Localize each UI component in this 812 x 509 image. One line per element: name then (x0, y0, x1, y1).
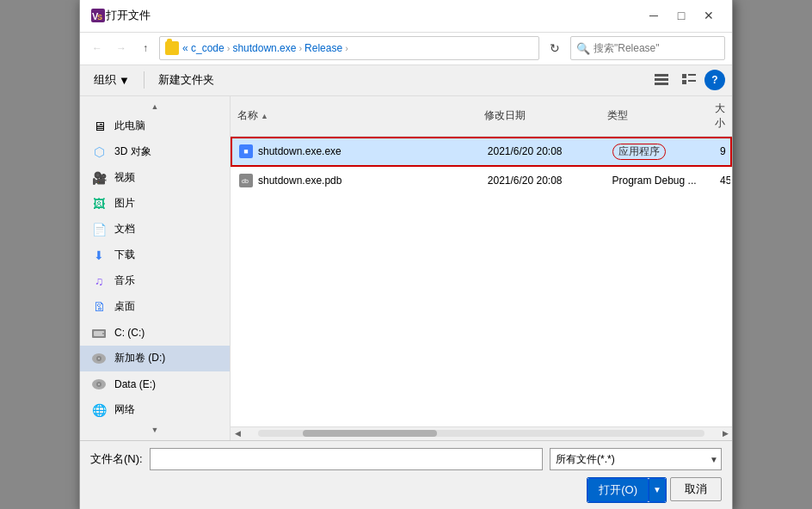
help-button[interactable]: ? (704, 70, 725, 90)
open-dropdown-button[interactable]: ▼ (649, 478, 666, 502)
sidebar-item-image[interactable]: 🖼 图片 (80, 191, 230, 217)
file-name-pdb: db shutdown.exe.pdb (232, 172, 481, 189)
sidebar-item-music[interactable]: ♫ 音乐 (80, 268, 230, 294)
organize-label: 组织 (94, 72, 116, 88)
new-folder-label: 新建文件夹 (158, 72, 214, 88)
minimize-button[interactable]: ─ (641, 6, 667, 25)
sidebar-scroll-up[interactable]: ▲ (80, 100, 230, 113)
close-button[interactable]: ✕ (696, 6, 722, 25)
breadcrumb: « c_code › shutdown.exe › Release › (159, 36, 539, 60)
refresh-button[interactable]: ↻ (543, 36, 567, 60)
sidebar-item-pc[interactable]: 🖥 此电脑 (80, 113, 230, 139)
sidebar-item-drive-d[interactable]: 新加卷 (D:) (80, 346, 230, 371)
col-name-label: 名称 (237, 108, 258, 123)
pdb-file-date: 2021/6/20 20:08 (481, 173, 606, 188)
vs-icon: V S (90, 8, 106, 23)
breadcrumb-part-1: « c_code (182, 42, 225, 54)
sidebar-label-drive-d: 新加卷 (D:) (114, 351, 165, 365)
video-icon: 🎥 (90, 169, 108, 187)
sidebar-label-3d: 3D 对象 (114, 144, 151, 159)
bottom-bar: 文件名(N): 所有文件(*.*) 执行文件(*.exe) ▼ 打开(O) ▼ … (80, 440, 732, 510)
scroll-left-icon[interactable]: ◀ (231, 426, 244, 440)
sidebar-item-download[interactable]: ⬇ 下载 (80, 242, 230, 268)
main-area: ▲ 🖥 此电脑 ⬡ 3D 对象 🎥 视频 🖼 图片 📄 文档 (80, 96, 732, 440)
scroll-track (258, 430, 704, 437)
toolbar-separator (144, 71, 145, 89)
svg-text:S: S (97, 13, 102, 21)
col-type-label: 类型 (607, 108, 628, 123)
filetype-select[interactable]: 所有文件(*.*) 执行文件(*.exe) (550, 448, 722, 470)
sidebar-label-download: 下载 (114, 248, 135, 262)
col-header-name[interactable]: 名称 ▲ (231, 107, 477, 125)
sidebar-label-image: 图片 (114, 196, 135, 211)
search-input[interactable] (594, 42, 719, 54)
svg-rect-12 (102, 333, 104, 334)
sidebar-label-drive-c: C: (C:) (114, 327, 145, 339)
type-circled-label: 应用程序 (612, 144, 666, 160)
search-icon: 🔍 (576, 42, 590, 55)
col-date-label: 修改日期 (484, 108, 526, 123)
breadcrumb-part-2: shutdown.exe (232, 42, 296, 54)
sidebar-item-desktop[interactable]: 🖻 桌面 (80, 294, 230, 320)
search-box: 🔍 (570, 36, 725, 60)
open-button[interactable]: 打开(O) (587, 478, 649, 502)
drive-e-icon (90, 376, 108, 393)
file-area: 名称 ▲ 修改日期 类型 大小 ■ (231, 96, 732, 440)
sidebar-item-network[interactable]: 🌐 网络 (80, 397, 230, 423)
filename-row: 文件名(N): 所有文件(*.*) 执行文件(*.exe) ▼ (90, 448, 722, 470)
folder-icon (165, 41, 179, 55)
toolbar-right: ? (649, 70, 725, 90)
desktop-icon: 🖻 (90, 298, 108, 316)
cancel-button[interactable]: 取消 (670, 477, 722, 501)
svg-rect-4 (655, 78, 668, 81)
pc-icon: 🖥 (90, 118, 108, 135)
col-header-type[interactable]: 类型 (600, 107, 708, 125)
svg-rect-8 (682, 80, 686, 84)
file-row-exe[interactable]: ■ shutdown.exe.exe 2021/6/20 20:08 应用程序 … (231, 137, 732, 167)
col-header-size[interactable]: 大小 (708, 100, 732, 132)
sidebar-item-drive-c[interactable]: C: (C:) (80, 320, 230, 346)
svg-rect-9 (688, 80, 696, 82)
new-folder-button[interactable]: 新建文件夹 (151, 70, 221, 90)
col-header-date[interactable]: 修改日期 (477, 107, 601, 125)
svg-rect-6 (682, 74, 686, 78)
organize-button[interactable]: 组织 ▼ (87, 70, 137, 90)
forward-button[interactable]: → (111, 38, 132, 58)
sidebar-item-doc[interactable]: 📄 文档 (80, 217, 230, 242)
svg-rect-7 (688, 74, 696, 76)
sidebar-item-video[interactable]: 🎥 视频 (80, 165, 230, 191)
svg-text:db: db (242, 178, 249, 184)
action-row: 打开(O) ▼ 取消 (90, 477, 722, 503)
sidebar-scroll-down[interactable]: ▼ (80, 423, 230, 437)
back-button[interactable]: ← (87, 38, 108, 58)
open-file-dialog: V S 打开文件 ─ □ ✕ ← → ↑ « c_code › shutdown… (79, 0, 733, 509)
sort-arrow-icon: ▲ (261, 112, 268, 120)
drive-d-icon (90, 350, 108, 367)
horizontal-scrollbar[interactable]: ◀ ▶ (231, 426, 732, 440)
scroll-thumb (303, 430, 437, 437)
filetype-select-wrapper: 所有文件(*.*) 执行文件(*.exe) ▼ (550, 448, 722, 470)
sidebar: ▲ 🖥 此电脑 ⬡ 3D 对象 🎥 视频 🖼 图片 📄 文档 (80, 96, 231, 440)
sidebar-label-video: 视频 (114, 170, 135, 185)
organize-arrow-icon: ▼ (119, 74, 130, 87)
drive-c-icon (90, 324, 108, 341)
sidebar-item-3d[interactable]: ⬡ 3D 对象 (80, 139, 230, 165)
scroll-right-icon[interactable]: ▶ (718, 426, 732, 440)
maximize-button[interactable]: □ (668, 6, 694, 25)
sidebar-item-drive-e[interactable]: Data (E:) (80, 371, 230, 397)
view-details-button[interactable] (677, 70, 701, 90)
pdb-file-size: 452 (713, 173, 730, 188)
up-button[interactable]: ↑ (135, 38, 156, 58)
exe-file-name: shutdown.exe.exe (258, 145, 341, 157)
breadcrumb-part-3: Release (304, 42, 342, 54)
address-bar: ← → ↑ « c_code › shutdown.exe › Release … (80, 33, 732, 65)
sidebar-label-doc: 文档 (114, 222, 135, 236)
exe-file-icon: ■ (239, 144, 253, 158)
view-list-button[interactable] (649, 70, 674, 90)
sidebar-label-music: 音乐 (114, 273, 135, 288)
sidebar-label-pc: 此电脑 (114, 119, 145, 133)
exe-file-type: 应用程序 (606, 142, 714, 162)
file-row-pdb[interactable]: db shutdown.exe.pdb 2021/6/20 20:08 Prog… (231, 167, 732, 194)
sidebar-label-network: 网络 (114, 402, 135, 417)
filename-input[interactable] (150, 448, 543, 470)
